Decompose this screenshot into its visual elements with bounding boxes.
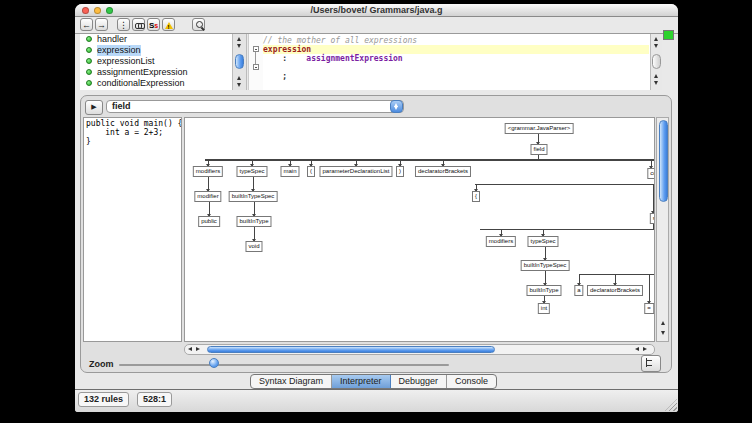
tree-connector [653, 184, 654, 213]
test-input-area[interactable]: public void main() { int a = 2+3; } [83, 117, 182, 342]
tree-connector [653, 224, 654, 229]
code-segment: assignmentExpression [306, 54, 402, 63]
forward-arrow-icon: → [97, 20, 106, 30]
tree-node: builtInType [526, 285, 561, 296]
rule-status-icon [86, 58, 92, 64]
code-segment: : [263, 54, 306, 63]
tree-node: typeSpec [236, 166, 267, 177]
scroll-left-icon[interactable] [188, 347, 192, 351]
rule-list-item[interactable]: expression [80, 45, 232, 56]
scroll-up-icon[interactable] [237, 37, 241, 41]
rule-list-item[interactable]: assignmentExpression [80, 67, 232, 78]
scroll-up-icon[interactable] [237, 76, 241, 80]
scroll-right-icon[interactable] [196, 347, 200, 351]
fold-marker-icon[interactable] [253, 46, 259, 52]
tab-syntax-diagram[interactable]: Syntax Diagram [251, 375, 332, 388]
scroll-down-icon[interactable] [237, 83, 241, 87]
tree-hscroll-thumb[interactable] [207, 346, 495, 353]
rule-status-icon [86, 47, 92, 53]
tree-node: builtInTypeSpec [229, 191, 278, 202]
editor-line[interactable] [263, 63, 649, 72]
editor-code[interactable]: // the mother of all expressionsexpressi… [263, 36, 649, 81]
tab-interpreter[interactable]: Interpreter [332, 375, 391, 388]
resize-grip[interactable] [665, 399, 677, 411]
window-title: /Users/bovet/ Grammars/java.g [75, 5, 678, 15]
editor-fold-gutter[interactable] [249, 34, 263, 90]
tree-layout-button[interactable] [641, 355, 661, 372]
editor-line[interactable]: : assignmentExpression [263, 54, 649, 63]
tree-horizontal-scrollbar[interactable] [184, 344, 655, 355]
tree-node: ( [307, 166, 315, 177]
rule-list[interactable]: handlerexpressionexpressionListassignmen… [80, 34, 232, 90]
code-segment: expression [263, 45, 311, 54]
tree-node: builtInTypeSpec [521, 260, 570, 271]
tree-connector [501, 229, 502, 236]
parse-tree-canvas[interactable]: <grammar.JavaParser>fieldmodifierstypeSp… [184, 117, 655, 342]
zoom-slider-track[interactable] [119, 364, 449, 366]
zoom-label: Zoom [89, 359, 114, 369]
tab-debugger[interactable]: Debugger [391, 375, 448, 388]
syntax-diagram-link-button[interactable] [132, 18, 145, 31]
find-button[interactable] [192, 18, 205, 31]
rule-list-item[interactable]: handler [80, 34, 232, 45]
warnings-button[interactable]: ! [162, 18, 175, 31]
rule-label: assignmentExpression [97, 67, 188, 78]
back-arrow-icon: ← [82, 20, 91, 30]
forward-button[interactable]: → [95, 18, 108, 31]
scroll-down-icon[interactable] [654, 44, 658, 48]
scroll-down-icon[interactable] [237, 44, 241, 48]
editor-line[interactable]: // the mother of all expressions [263, 36, 649, 45]
scroll-down-icon[interactable] [661, 331, 665, 335]
tree-vertical-scrollbar[interactable] [656, 117, 669, 342]
test-input-code[interactable]: public void main() { int a = 2+3; } [86, 119, 179, 146]
grammar-editor[interactable]: // the mother of all expressionsexpressi… [248, 34, 662, 90]
tree-connector [254, 202, 255, 216]
tree-node: modifiers [193, 166, 223, 177]
tree-node: int [538, 303, 550, 314]
scroll-left-icon[interactable] [635, 347, 639, 351]
tree-connector [209, 202, 210, 216]
tree-node: declaratorBrackets [415, 166, 471, 177]
rule-list-scroll-thumb[interactable] [235, 54, 244, 69]
grammar-health-indicator [663, 30, 674, 40]
scroll-up-icon[interactable] [654, 74, 658, 78]
rule-list-item[interactable]: conditionalExpression [80, 78, 232, 89]
fold-marker-icon[interactable] [253, 64, 259, 70]
zoom-slider-thumb[interactable] [209, 358, 219, 368]
rule-list-item[interactable]: expressionList [80, 56, 232, 67]
rule-status-icon [86, 80, 92, 86]
tree-node: modifiers [486, 236, 516, 247]
bottom-tabs-row: Syntax DiagramInterpreterDebuggerConsole [75, 374, 678, 390]
tree-connector [544, 296, 545, 303]
scroll-down-icon[interactable] [654, 81, 658, 85]
tab-console[interactable]: Console [447, 375, 496, 388]
rule-count-badge: 132 rules [78, 392, 129, 407]
combo-stepper-icon[interactable] [390, 100, 403, 113]
tree-connector [538, 155, 539, 159]
scroll-right-icon[interactable] [643, 347, 647, 351]
tree-connector [579, 274, 655, 275]
run-interpreter-button[interactable]: ▶ [85, 100, 103, 115]
case-sensitive-button[interactable]: Ss [147, 18, 160, 31]
back-button[interactable]: ← [80, 18, 93, 31]
tree-vscroll-thumb[interactable] [659, 120, 668, 202]
tree-node: compoundStatement [647, 168, 655, 179]
rule-label: expressionList [97, 56, 155, 67]
tree-connector [476, 184, 477, 191]
editor-scroll-thumb[interactable] [652, 54, 661, 69]
scroll-up-icon[interactable] [661, 321, 665, 325]
rule-status-icon [86, 69, 92, 75]
scroll-up-icon[interactable] [654, 37, 658, 41]
editor-line[interactable]: expression [263, 45, 649, 54]
view-tabs[interactable]: Syntax DiagramInterpreterDebuggerConsole [250, 374, 497, 389]
sort-rules-button[interactable]: ⋮ [117, 18, 130, 31]
tree-node: declaratorBrackets [587, 285, 643, 296]
tree-connector [545, 247, 546, 260]
start-rule-combo[interactable]: field [106, 100, 404, 113]
title-bar[interactable]: /Users/bovet/ Grammars/java.g [75, 4, 678, 17]
tree-connector [480, 229, 655, 230]
editor-scrollbar[interactable] [650, 34, 662, 90]
rule-list-scrollbar[interactable] [232, 34, 247, 90]
tree-node: = [644, 303, 654, 314]
editor-line[interactable]: ; [263, 72, 649, 81]
